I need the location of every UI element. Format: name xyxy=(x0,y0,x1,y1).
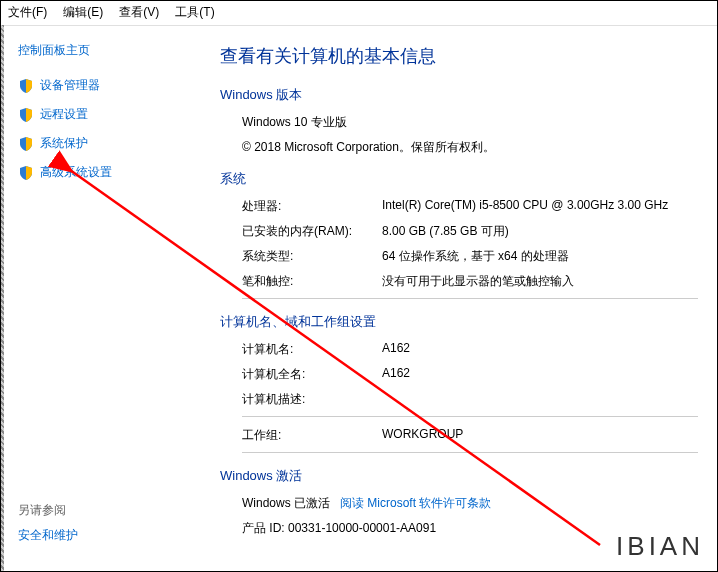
divider xyxy=(242,452,698,453)
sidebar-footer: 另请参阅 安全和维护 xyxy=(18,502,200,556)
product-id-label: 产品 ID: xyxy=(242,521,285,535)
sidebar-item-label: 系统保护 xyxy=(40,135,88,152)
computer-name-label: 计算机名: xyxy=(242,341,382,358)
full-computer-name-label: 计算机全名: xyxy=(242,366,382,383)
sidebar-item-system-protection[interactable]: 系统保护 xyxy=(18,135,200,152)
edition-value: Windows 10 专业版 xyxy=(242,114,698,131)
table-row: 计算机全名: A162 xyxy=(242,366,698,383)
sidebar: 控制面板主页 设备管理器 远程设置 系统保护 高级系统设置 xyxy=(0,26,200,572)
watermark: IBIAN xyxy=(616,531,704,562)
activation-section: Windows 激活 Windows 已激活 阅读 Microsoft 软件许可… xyxy=(220,467,698,537)
system-type-value: 64 位操作系统，基于 x64 的处理器 xyxy=(382,248,698,265)
pen-touch-value: 没有可用于此显示器的笔或触控输入 xyxy=(382,273,698,290)
menu-bar: 文件(F) 编辑(E) 查看(V) 工具(T) xyxy=(0,0,718,26)
menu-tools[interactable]: 工具(T) xyxy=(175,4,214,21)
see-also-label: 另请参阅 xyxy=(18,502,200,519)
processor-value: Intel(R) Core(TM) i5-8500 CPU @ 3.00GHz … xyxy=(382,198,698,215)
computer-description-label: 计算机描述: xyxy=(242,391,382,408)
control-panel-home-link[interactable]: 控制面板主页 xyxy=(18,42,200,59)
shield-icon xyxy=(18,165,34,181)
ram-label: 已安装的内存(RAM): xyxy=(242,223,382,240)
table-row: 已安装的内存(RAM): 8.00 GB (7.85 GB 可用) xyxy=(242,223,698,240)
sidebar-item-advanced-system-settings[interactable]: 高级系统设置 xyxy=(18,164,200,181)
page-title: 查看有关计算机的基本信息 xyxy=(220,44,698,68)
shield-icon xyxy=(18,78,34,94)
section-title: 计算机名、域和工作组设置 xyxy=(220,313,698,331)
sidebar-item-label: 远程设置 xyxy=(40,106,88,123)
copyright-text: © 2018 Microsoft Corporation。保留所有权利。 xyxy=(242,139,698,156)
computer-description-value xyxy=(382,391,698,408)
menu-file[interactable]: 文件(F) xyxy=(8,4,47,21)
divider xyxy=(242,298,698,299)
table-row: 计算机名: A162 xyxy=(242,341,698,358)
workgroup-label: 工作组: xyxy=(242,427,382,444)
ram-value: 8.00 GB (7.85 GB 可用) xyxy=(382,223,698,240)
activation-status-row: Windows 已激活 阅读 Microsoft 软件许可条款 xyxy=(242,495,698,512)
table-row: 处理器: Intel(R) Core(TM) i5-8500 CPU @ 3.0… xyxy=(242,198,698,215)
divider xyxy=(242,416,698,417)
menu-view[interactable]: 查看(V) xyxy=(119,4,159,21)
full-computer-name-value: A162 xyxy=(382,366,698,383)
shield-icon xyxy=(18,107,34,123)
section-title: Windows 激活 xyxy=(220,467,698,485)
sidebar-item-device-manager[interactable]: 设备管理器 xyxy=(18,77,200,94)
window-edge xyxy=(0,25,4,572)
menu-edit[interactable]: 编辑(E) xyxy=(63,4,103,21)
computer-name-value: A162 xyxy=(382,341,698,358)
pen-touch-label: 笔和触控: xyxy=(242,273,382,290)
table-row: 计算机描述: xyxy=(242,391,698,408)
computer-name-section: 计算机名、域和工作组设置 计算机名: A162 计算机全名: A162 计算机描… xyxy=(220,313,698,453)
activation-status-text: Windows 已激活 xyxy=(242,496,330,510)
section-title: Windows 版本 xyxy=(220,86,698,104)
security-maintenance-link[interactable]: 安全和维护 xyxy=(18,527,200,544)
system-type-label: 系统类型: xyxy=(242,248,382,265)
shield-icon xyxy=(18,136,34,152)
workgroup-value: WORKGROUP xyxy=(382,427,698,444)
sidebar-item-remote-settings[interactable]: 远程设置 xyxy=(18,106,200,123)
table-row: 系统类型: 64 位操作系统，基于 x64 的处理器 xyxy=(242,248,698,265)
sidebar-item-label: 设备管理器 xyxy=(40,77,100,94)
system-section: 系统 处理器: Intel(R) Core(TM) i5-8500 CPU @ … xyxy=(220,170,698,299)
product-id-value: 00331-10000-00001-AA091 xyxy=(288,521,436,535)
license-terms-link[interactable]: 阅读 Microsoft 软件许可条款 xyxy=(340,496,491,510)
section-title: 系统 xyxy=(220,170,698,188)
table-row: 笔和触控: 没有可用于此显示器的笔或触控输入 xyxy=(242,273,698,290)
processor-label: 处理器: xyxy=(242,198,382,215)
main-panel: 查看有关计算机的基本信息 Windows 版本 Windows 10 专业版 ©… xyxy=(200,26,718,572)
windows-edition-section: Windows 版本 Windows 10 专业版 © 2018 Microso… xyxy=(220,86,698,156)
sidebar-item-label: 高级系统设置 xyxy=(40,164,112,181)
table-row: 工作组: WORKGROUP xyxy=(242,427,698,444)
